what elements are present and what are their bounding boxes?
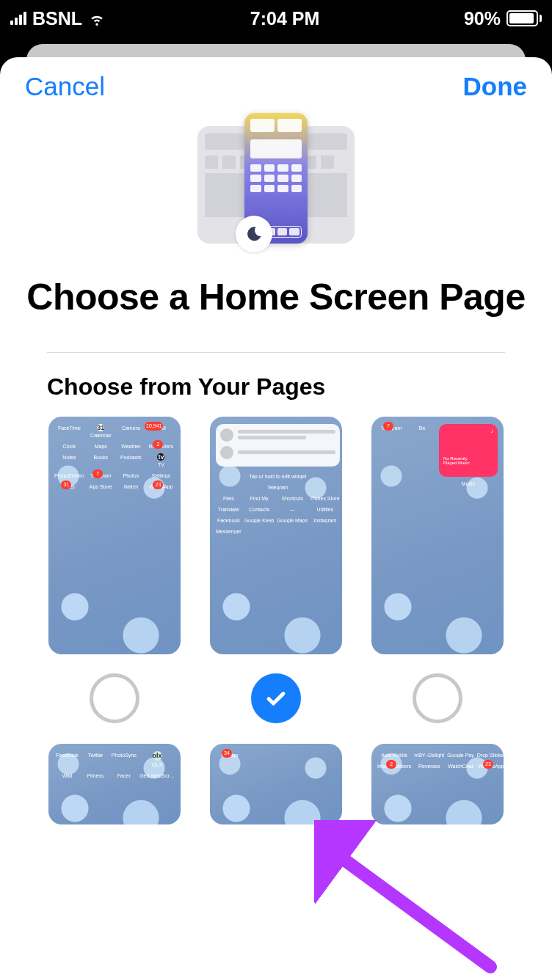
app-icon[interactable]: 2Reminders	[148, 442, 175, 450]
app-icon[interactable]: 31Files	[54, 483, 84, 491]
page-thumbnail[interactable]: 7TelegramBe♪No RecentlyPlayed MusicMusic	[371, 417, 504, 654]
page-thumbnail[interactable]: FacebookTwitterPhotoSyncolxOLXWallFitnes…	[48, 744, 181, 824]
modal-sheet: Cancel Done Choose a Home Screen Page Ch…	[0, 57, 552, 980]
app-icon[interactable]: 23WatchsApp	[477, 762, 504, 770]
app-icon[interactable]: Facebook	[216, 516, 242, 524]
app-icon[interactable]: Find My	[244, 494, 275, 502]
app-icon[interactable]: Files	[216, 494, 242, 502]
app-icon[interactable]: Photo&Video	[54, 472, 84, 480]
app-icon[interactable]: Settings	[148, 472, 175, 480]
app-icon[interactable]: FaceTime	[54, 424, 84, 439]
app-icon[interactable]: Google Keep	[244, 516, 275, 524]
app-icon[interactable]: Messenger	[216, 527, 242, 535]
page-thumbnail[interactable]: 34Orange	[210, 744, 342, 824]
app-icon[interactable]: Utilities	[310, 505, 339, 513]
app-icon[interactable]: Twitter	[83, 751, 109, 769]
checkmark-icon	[264, 686, 288, 711]
carrier-label: BSNL	[32, 8, 82, 29]
navbar: Cancel Done	[0, 57, 552, 109]
app-icon[interactable]: iTunes Store	[310, 494, 339, 502]
page-selector[interactable]	[413, 673, 462, 723]
app-icon[interactable]: 31Calendar	[87, 424, 115, 439]
page-selector[interactable]	[90, 673, 139, 723]
selector-row	[0, 654, 552, 744]
app-icon[interactable]: WatchChat	[447, 762, 474, 770]
app-icon[interactable]: Notes	[54, 453, 84, 469]
app-icon[interactable]: Books	[87, 453, 115, 469]
battery-percent: 90%	[464, 8, 501, 29]
app-icon[interactable]: Contacts	[244, 505, 275, 513]
page-title: Choose a Home Screen Page	[0, 266, 552, 352]
app-icon[interactable]: Clock	[54, 442, 84, 450]
cancel-button[interactable]: Cancel	[25, 72, 105, 101]
section-subtitle: Choose from Your Pages	[0, 353, 552, 417]
app-icon[interactable]: olxOLX	[139, 751, 175, 769]
app-icon[interactable]: Translate	[216, 505, 242, 513]
app-icon[interactable]: Axis Mobile	[377, 751, 411, 759]
app-icon[interactable]: 34Orange	[216, 751, 244, 759]
app-icon[interactable]: mBY–Delight	[414, 751, 444, 759]
app-icon[interactable]: App Store	[87, 483, 115, 491]
page-selector[interactable]	[251, 673, 301, 723]
annotation-arrow	[314, 820, 505, 974]
clock-time: 7:04 PM	[250, 8, 319, 29]
app-icon[interactable]: Reverses	[414, 762, 444, 770]
hero-illustration	[0, 109, 552, 266]
app-icon[interactable]: Weather	[117, 442, 145, 450]
app-icon[interactable]: —	[277, 505, 308, 513]
app-icon[interactable]: Fitness	[83, 772, 109, 780]
app-icon[interactable]: Shortcuts	[277, 494, 308, 502]
page-thumbnail[interactable]: Tap or hold to edit widgetTelegramFilesF…	[210, 417, 342, 654]
app-icon[interactable]: Wall	[54, 772, 80, 780]
page-thumbnail[interactable]: Axis MobilemBY–DelightGoogle PayDrop Sti…	[371, 744, 504, 824]
done-button[interactable]: Done	[463, 72, 528, 101]
app-icon[interactable]: Instagram	[310, 516, 339, 524]
app-icon[interactable]: 23WhatsApp	[148, 483, 175, 491]
app-icon[interactable]: Facer	[111, 772, 137, 780]
app-icon[interactable]: 2Image Stickers	[377, 762, 411, 770]
app-icon[interactable]: Podcasts	[117, 453, 145, 469]
app-icon[interactable]: Google Maps	[277, 516, 308, 524]
app-icon[interactable]: tvTV	[148, 453, 175, 469]
app-icon[interactable]: Be	[408, 424, 436, 477]
pages-grid: FaceTime31CalendarCamera10,941MailClockM…	[0, 417, 552, 654]
app-icon[interactable]: Watch	[117, 483, 145, 491]
app-icon[interactable]: Google Pay	[447, 751, 474, 759]
app-icon[interactable]: GetLatestScr…	[139, 772, 175, 780]
battery-icon	[506, 10, 542, 26]
app-icon[interactable]: Maps	[87, 442, 115, 450]
app-icon[interactable]: 7Telegram	[377, 424, 405, 477]
app-icon[interactable]: 7Telegram	[87, 472, 115, 480]
page-thumbnail[interactable]: FaceTime31CalendarCamera10,941MailClockM…	[48, 417, 181, 654]
wifi-icon	[88, 10, 106, 27]
app-icon[interactable]: Photos	[117, 472, 145, 480]
status-bar: BSNL 7:04 PM 90%	[0, 0, 552, 37]
pages-grid-2: FacebookTwitterPhotoSyncolxOLXWallFitnes…	[0, 744, 552, 824]
app-icon[interactable]: Camera	[117, 424, 145, 439]
moon-icon	[236, 216, 272, 252]
signal-bars-icon	[10, 12, 26, 25]
app-icon[interactable]: Drop Sticker	[477, 751, 504, 759]
app-icon[interactable]: Facebook	[54, 751, 80, 769]
app-icon[interactable]: PhotoSync	[111, 751, 137, 769]
app-icon[interactable]: 10,941Mail	[148, 424, 175, 439]
